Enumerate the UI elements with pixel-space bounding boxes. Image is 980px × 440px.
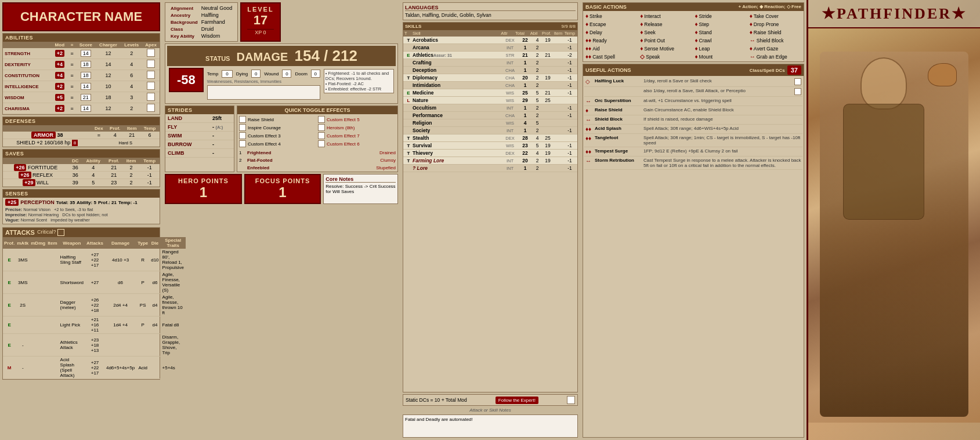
senses-details: Precise: Normal Vision +2 to Seek, -3 to… bbox=[5, 207, 157, 223]
action-delay[interactable]: ♦ Delay bbox=[584, 28, 638, 36]
useful-actions-header: USEFUL ACTIONS Class/Spell DCs 37 bbox=[583, 64, 804, 76]
skill-row-arcana: Arcana INT 1 2 -1 bbox=[403, 44, 577, 52]
action-aid[interactable]: ♦♦ Aid bbox=[584, 45, 638, 52]
status-toggle-row: Enfeebled Stupefied bbox=[237, 164, 397, 172]
attack-row-acid-splash-(spell-attack): M - Acid Splash (Spell Attack) +27 +22 +… bbox=[3, 357, 186, 379]
useful-action-raise-shield: ♦ Raise Shield Gain Circumstance AC, ena… bbox=[584, 106, 802, 115]
doom-box[interactable]: 0 bbox=[311, 70, 320, 78]
status-toggle-row: 2 Flat-Footed Clumsy bbox=[237, 157, 397, 164]
toggle-checkbox[interactable] bbox=[239, 132, 246, 139]
temp-dying-row: Temp 0 Dying 0 Wound 0 Doom 0 bbox=[207, 70, 320, 78]
attack-row-dagger-(melee): E 2S Dagger (melee) +26 +22 +18 2d4 +4 P… bbox=[3, 294, 186, 317]
skill-row-performance: Performance CHA 1 2 -1 bbox=[403, 112, 577, 119]
ua-checkbox[interactable] bbox=[794, 78, 801, 85]
action-sense-motive[interactable]: ♦ Sense Motive bbox=[639, 45, 693, 52]
char-info-top: Alignment Neutral Good Ancestry Halfling… bbox=[165, 2, 398, 42]
basic-actions-grid: ♦ Strike ♦ Interact ♦ Stride ♦ Take Cove… bbox=[583, 11, 804, 61]
action-strike[interactable]: ♦ Strike bbox=[584, 12, 638, 20]
strides-table: LAND 25ft FLY - (A:) SWIM - BURROW - CLI… bbox=[165, 114, 234, 158]
strides-header: STRIDES bbox=[165, 106, 234, 114]
char-info-block: Alignment Neutral Good Ancestry Halfling… bbox=[165, 2, 238, 42]
action-cast-spell[interactable]: ♦♦ Cast Spell bbox=[584, 53, 638, 60]
useful-action-acid-splash: ♦♦ Acid Splash Spell Attack; 30ft range;… bbox=[584, 125, 802, 134]
toggle-checkbox[interactable] bbox=[318, 140, 325, 147]
skill-row-?-lore: ? Lore INT 1 2 -1 bbox=[403, 165, 577, 172]
useful-action-shield-block: ↔ Shield Block If shield is raised, redu… bbox=[584, 115, 802, 125]
saves-section: SAVES DCAbilityProf.ItemTemp +26 FORTITU… bbox=[2, 149, 160, 187]
action-point-out[interactable]: ♦ Point Out bbox=[639, 37, 693, 44]
action-seek[interactable]: ♦ Seek bbox=[639, 28, 693, 36]
action-escape[interactable]: ♦ Escape bbox=[584, 20, 638, 28]
col-charger: Charger bbox=[95, 42, 121, 48]
ability-row-charisma: CHARISMA +2 = 14 12 2 bbox=[3, 103, 160, 114]
stride-row-fly: FLY - (A:) bbox=[165, 123, 234, 132]
action-stride[interactable]: ♦ Stride bbox=[694, 12, 748, 20]
level-box: LEVEL 17 XP 0 bbox=[240, 2, 280, 42]
saves-table: DCAbilityProf.ItemTemp +26 FORTITUDE 36 … bbox=[3, 158, 160, 187]
action-raise-shield[interactable]: ♦ Raise Shield bbox=[748, 28, 802, 36]
character-name-box: CHARACTER NAME bbox=[2, 2, 160, 31]
strides-toggle-row: STRIDES LAND 25ft FLY - (A:) SWIM - BURR… bbox=[165, 106, 398, 172]
quick-toggle-header: QUICK TOGGLE EFFECTS bbox=[237, 106, 397, 114]
damage-negative: -58 bbox=[169, 68, 204, 92]
attacks-section: ATTACKS Critical? Prof. mAtk mDmg Item W… bbox=[2, 227, 160, 380]
toggle-effect-custom-effect-7: Custom Effect 7 bbox=[318, 132, 396, 139]
action-avert-gaze[interactable]: ♦ Avert Gaze bbox=[748, 45, 802, 52]
follow-expert-checkbox[interactable] bbox=[567, 396, 575, 404]
action-leap[interactable]: ♦ Leap bbox=[694, 45, 748, 52]
weaknesses-label: Weaknesses, Resistances, Immunities bbox=[207, 79, 320, 84]
action-step[interactable]: ♦ Step bbox=[694, 20, 748, 28]
ability-row-dexterity: DEXTERITY +4 = 18 14 4 bbox=[3, 59, 160, 70]
toggle-item-raise-shield: Raise Shield bbox=[239, 116, 317, 123]
action-crawl[interactable]: ♦ Crawl bbox=[694, 37, 748, 44]
toggle-checkbox[interactable] bbox=[239, 124, 246, 131]
skill-row-crafting: Crafting INT 1 2 -1 bbox=[403, 59, 577, 67]
toggle-checkbox[interactable] bbox=[318, 116, 325, 123]
action-interact[interactable]: ♦ Interact bbox=[639, 12, 693, 20]
abilities-section: ABILITIES Mod = Score Charger Levels Ape… bbox=[2, 33, 160, 115]
toggle-checkbox[interactable] bbox=[318, 124, 325, 131]
attack-notes-box: Fatal and Deadly are automated! bbox=[403, 414, 578, 438]
col-apex: Apex bbox=[142, 42, 160, 48]
action-ready[interactable]: ♦♦ Ready bbox=[584, 37, 638, 44]
follow-expert-button[interactable]: Follow the Expert! bbox=[496, 397, 538, 404]
pathfinder-logo-text: ★PATHFINDER★ bbox=[813, 5, 975, 23]
character-name: CHARACTER NAME bbox=[20, 9, 142, 24]
attack-row-halfling-sling-staff: E 3MS Halfling Sling Staff +27 +22 +17 4… bbox=[3, 249, 186, 271]
toggle-checkbox[interactable] bbox=[318, 132, 325, 139]
core-notes-box: Core Notes Resolve: Success -> Crit Succ… bbox=[323, 174, 398, 204]
status-header: STATUS DAMAGE 154 / 212 bbox=[167, 46, 396, 66]
toggle-effect-custom-effect-6: Custom Effect 6 bbox=[318, 140, 396, 147]
pathfinder-logo-area: ★PATHFINDER★ bbox=[808, 0, 980, 28]
action-stand[interactable]: ♦ Stand bbox=[694, 28, 748, 36]
wound-box[interactable]: 0 bbox=[282, 70, 291, 78]
toggle-checkbox[interactable] bbox=[239, 140, 246, 147]
skill-row-deception: Deception CHA 1 2 -1 bbox=[403, 67, 577, 74]
action-drop-prone[interactable]: ♦ Drop Prone bbox=[748, 20, 802, 28]
action-grab-an-edge[interactable]: ↔ Grab an Edge bbox=[748, 53, 802, 60]
attack-notes-label: Attack or Skill Notes bbox=[403, 408, 578, 413]
action-speak[interactable]: ◇ Speak bbox=[639, 53, 693, 60]
static-dc-row: Static DCs = 10 + Total Mod Follow the E… bbox=[403, 394, 578, 406]
skill-row-acrobatics: T Acrobatics DEX 22 4 19 -1 bbox=[403, 37, 577, 44]
dying-box[interactable]: 0 bbox=[251, 70, 261, 78]
col-mod: Mod bbox=[52, 42, 68, 48]
points-notes-row: HERO POINTS 1 FOCUS POINTS 1 Core Notes … bbox=[165, 174, 398, 204]
ua-checkbox[interactable] bbox=[794, 88, 801, 95]
skill-row-stealth: T Stealth DEX 28 4 25 bbox=[403, 134, 577, 142]
action-mount[interactable]: ♦ Mount bbox=[694, 53, 748, 60]
skill-row-religion: Religion WIS 4 5 bbox=[403, 119, 577, 127]
action-shield-block[interactable]: ↔ Shield Block bbox=[748, 37, 802, 44]
attacks-table: Prof. mAtk mDmg Item Weapon Attacks Dama… bbox=[3, 237, 186, 379]
skill-row-farming-lore: T Farming Lore INT 20 2 19 -1 bbox=[403, 157, 577, 165]
action-take-cover[interactable]: ♦ Take Cover bbox=[748, 12, 802, 20]
attacks-header: ATTACKS Critical? bbox=[3, 228, 160, 237]
ability-row-intelligence: INTELLIGENCE +2 = 14 10 4 bbox=[3, 81, 160, 92]
toggle-checkbox[interactable] bbox=[239, 116, 246, 123]
skill-row-thievery: T Thievery DEX 22 4 19 -1 bbox=[403, 150, 577, 157]
attacks-label: ATTACKS bbox=[5, 229, 35, 236]
action-release[interactable]: ♦ Release bbox=[639, 20, 693, 28]
hero-points-box: HERO POINTS 1 bbox=[165, 174, 242, 204]
perception-label: PERCEPTION bbox=[20, 199, 55, 205]
save-row-fortitude: +26 FORTITUDE 36 4 21 2 -1 bbox=[3, 164, 160, 172]
